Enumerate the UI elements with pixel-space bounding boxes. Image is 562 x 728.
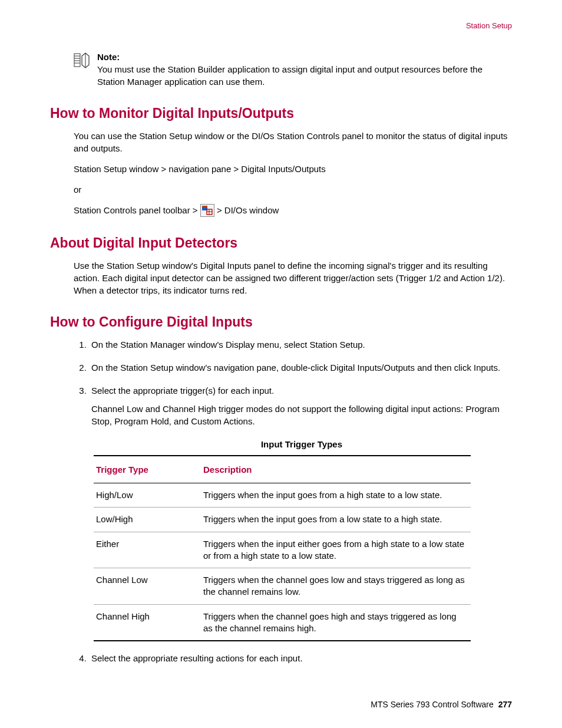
note-pencil-icon [74, 52, 90, 68]
steps-list: On the Station Manager window's Display … [74, 338, 512, 664]
heading-configure-inputs: How to Configure Digital Inputs [50, 314, 512, 330]
heading-about-detectors: About Digital Input Detectors [50, 235, 512, 251]
step-1: On the Station Manager window's Display … [89, 338, 512, 351]
table-row: Either Triggers when the input either go… [94, 532, 471, 568]
cell-type: High/Low [94, 483, 201, 508]
section1-p3: or [74, 183, 512, 196]
step-1-text: On the Station Manager window's Display … [91, 340, 365, 350]
footer-page-number: 277 [498, 700, 512, 709]
cell-desc: Triggers when the channel goes high and … [201, 604, 471, 641]
section1-p1: You can use the Station Setup window or … [74, 130, 512, 154]
section1-p4: Station Controls panel toolbar > > DI/Os… [74, 204, 512, 218]
step-3-text: Select the appropriate trigger(s) for ea… [91, 386, 274, 396]
section1-p4a: Station Controls panel toolbar > [74, 205, 200, 215]
step-3-extra: Channel Low and Channel High trigger mod… [91, 403, 512, 427]
table-row: Channel Low Triggers when the channel go… [94, 568, 471, 605]
section1-body: You can use the Station Setup window or … [74, 130, 512, 218]
header-section-label: Station Setup [466, 21, 512, 30]
cell-desc: Triggers when the channel goes low and s… [201, 568, 471, 605]
document-page: Station Setup Note: You must use the Sta… [0, 0, 562, 728]
section1-p2: Station Setup window > navigation pane >… [74, 163, 512, 175]
cell-desc: Triggers when the input either goes from… [201, 532, 471, 568]
dio-toolbar-icon [200, 204, 214, 217]
cell-type: Channel High [94, 604, 201, 641]
heading-monitor-dio: How to Monitor Digital Inputs/Outputs [50, 106, 512, 121]
footer-product: MTS Series 793 Control Software [371, 700, 494, 709]
note-body: You must use the Station Builder applica… [97, 64, 482, 87]
note-text: Note: You must use the Station Builder a… [97, 51, 512, 88]
svg-rect-0 [74, 54, 80, 67]
section2-p1: Use the Station Setup window's Digital I… [74, 259, 512, 297]
table-row: Channel High Triggers when the channel g… [94, 604, 471, 641]
cell-type: Either [94, 532, 201, 568]
step-4-text: Select the appropriate resulting actions… [91, 653, 303, 663]
th-description: Description [201, 456, 471, 483]
step-2-text: On the Station Setup window's navigation… [91, 363, 500, 373]
table-row: Low/High Triggers when the input goes fr… [94, 508, 471, 532]
note-block: Note: You must use the Station Builder a… [74, 51, 512, 88]
note-label: Note: [97, 52, 120, 62]
section1-p4b: > DI/Os window [217, 205, 279, 215]
cell-type: Channel Low [94, 568, 201, 605]
step-3: Select the appropriate trigger(s) for ea… [89, 384, 512, 641]
page-footer: MTS Series 793 Control Software 277 [371, 700, 512, 709]
table-row: High/Low Triggers when the input goes fr… [94, 483, 471, 508]
trigger-types-table: Trigger Type Description High/Low Trigge… [94, 455, 471, 641]
th-trigger-type: Trigger Type [94, 456, 201, 483]
svg-rect-7 [202, 206, 207, 207]
cell-desc: Triggers when the input goes from a low … [201, 508, 471, 532]
cell-type: Low/High [94, 508, 201, 532]
table-caption: Input Trigger Types [91, 438, 512, 450]
section2-body: Use the Station Setup window's Digital I… [74, 259, 512, 297]
step-4: Select the appropriate resulting actions… [89, 652, 512, 664]
step-2: On the Station Setup window's navigation… [89, 361, 512, 374]
cell-desc: Triggers when the input goes from a high… [201, 483, 471, 508]
